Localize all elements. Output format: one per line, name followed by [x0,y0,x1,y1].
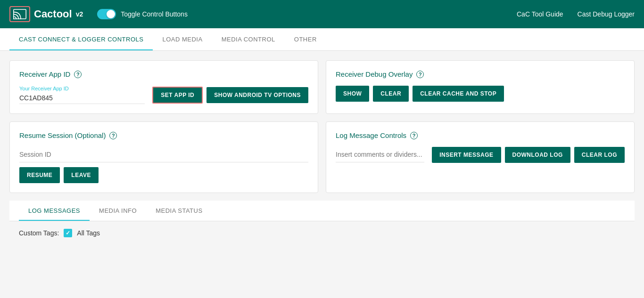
all-tags-checkbox[interactable] [64,229,72,237]
insert-message-button[interactable]: INSERT MESSAGE [432,147,501,163]
log-message-controls-card: Log Message Controls ? INSERT MESSAGE DO… [326,121,635,193]
clear-cache-and-stop-button[interactable]: CLEAR CACHE AND STOP [413,86,504,102]
receiver-debug-overlay-title: Receiver Debug Overlay ? [336,70,625,78]
top-tabs-bar: CAST CONNECT & LOGGER CONTROLS LOAD MEDI… [0,28,644,51]
resume-button[interactable]: RESUME [19,167,60,183]
top-cards-row: Receiver App ID ? Your Receiver App ID S… [9,60,635,114]
show-debug-button[interactable]: SHOW [336,86,369,102]
toggle-control-buttons[interactable] [97,9,116,19]
cast-debug-logger-link[interactable]: Cast Debug Logger [578,10,635,18]
resume-session-card: Resume Session (Optional) ? RESUME LEAVE [9,121,318,193]
clear-log-button[interactable]: CLEAR LOG [574,147,625,163]
receiver-app-id-help-icon[interactable]: ? [74,71,82,78]
receiver-app-section: Your Receiver App ID SET APP ID SHOW AND… [19,86,308,104]
receiver-debug-overlay-card: Receiver Debug Overlay ? SHOW CLEAR CLEA… [326,60,635,114]
toggle-area: Toggle Control Buttons [97,9,188,19]
logo-text: Cactool [34,8,72,20]
cast-icon [13,9,26,19]
main-content: Receiver App ID ? Your Receiver App ID S… [0,51,644,247]
cac-tool-guide-link[interactable]: CaC Tool Guide [517,10,563,18]
log-buttons-group: INSERT MESSAGE DOWNLOAD LOG CLEAR LOG [432,147,625,163]
tab-log-messages[interactable]: LOG MESSAGES [19,201,90,221]
set-app-id-button[interactable]: SET APP ID [152,87,203,104]
leave-button[interactable]: LEAVE [64,167,99,183]
logo-version: v2 [76,10,83,18]
receiver-debug-help-icon[interactable]: ? [416,71,424,78]
all-tags-label: All Tags [77,229,100,237]
log-comment-input[interactable] [336,147,424,162]
show-android-tv-options-button[interactable]: SHOW ANDROID TV OPTIONS [206,87,308,103]
session-id-input[interactable] [19,147,308,162]
resume-session-title: Resume Session (Optional) ? [19,131,308,139]
session-buttons-group: RESUME LEAVE [19,167,308,183]
header-nav: CaC Tool Guide Cast Debug Logger [517,10,635,18]
tab-load-media[interactable]: LOAD MEDIA [153,28,212,50]
tab-media-control[interactable]: MEDIA CONTROL [212,28,285,50]
tab-cast-connect-logger-controls[interactable]: CAST CONNECT & LOGGER CONTROLS [9,28,153,50]
receiver-app-id-input-group: Your Receiver App ID [19,86,145,104]
log-input-wrapper [336,147,424,167]
receiver-app-id-input[interactable] [19,92,145,104]
tab-other[interactable]: OTHER [285,28,326,50]
toggle-label: Toggle Control Buttons [121,10,188,18]
cast-icon-wrapper[interactable] [9,6,30,22]
log-message-inner: INSERT MESSAGE DOWNLOAD LOG CLEAR LOG [336,147,625,167]
receiver-app-id-input-label: Your Receiver App ID [19,86,145,91]
resume-session-help-icon[interactable]: ? [109,132,117,139]
tab-media-status[interactable]: MEDIA STATUS [146,201,212,221]
clear-debug-button[interactable]: CLEAR [373,86,409,102]
tab-media-info[interactable]: MEDIA INFO [90,201,146,221]
receiver-app-id-title: Receiver App ID ? [19,70,308,78]
download-log-button[interactable]: DOWNLOAD LOG [505,147,570,163]
debug-buttons-group: SHOW CLEAR CLEAR CACHE AND STOP [336,86,625,102]
bottom-tabs-bar: LOG MESSAGES MEDIA INFO MEDIA STATUS [9,201,635,221]
log-message-help-icon[interactable]: ? [410,132,418,139]
custom-tags-row: Custom Tags: All Tags [9,229,635,237]
custom-tags-label: Custom Tags: [19,229,59,237]
logo: Cactoolv2 [9,6,83,22]
log-message-controls-title: Log Message Controls ? [336,131,625,139]
bottom-cards-row: Resume Session (Optional) ? RESUME LEAVE… [9,121,635,193]
receiver-app-buttons-group: SET APP ID SHOW ANDROID TV OPTIONS [152,87,308,104]
receiver-app-id-card: Receiver App ID ? Your Receiver App ID S… [9,60,318,114]
header: Cactoolv2 Toggle Control Buttons CaC Too… [0,0,644,28]
